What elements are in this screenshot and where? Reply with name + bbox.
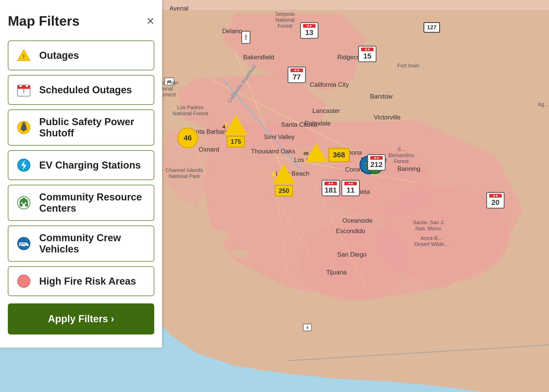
svg-rect-36: [22, 122, 25, 124]
building-icon: [16, 195, 32, 211]
cluster-46: 46: [177, 128, 198, 148]
cluster-250: ⚡ 250: [272, 164, 295, 197]
apply-filters-button[interactable]: Apply Filters ›: [8, 303, 154, 335]
filter-label-fire: High Fire Risk Areas: [39, 276, 136, 287]
filter-label-psps: Public Safety Power Shutoff: [39, 116, 146, 139]
svg-point-20: [231, 250, 250, 257]
sidebar-title: Map Filters: [8, 13, 80, 29]
bell-icon: [16, 119, 32, 136]
filter-item-centers[interactable]: Community Resource Centers: [8, 185, 154, 221]
calendar-marker-212: 212: [367, 154, 386, 171]
svg-text:!: !: [23, 53, 25, 60]
svg-text:46: 46: [167, 79, 171, 84]
warning-icon: !: [16, 47, 32, 64]
svg-point-19: [200, 229, 229, 241]
svg-point-18: [173, 202, 193, 211]
cluster-4-175: ⚡ 4 175: [224, 115, 247, 147]
svg-point-35: [23, 130, 25, 132]
svg-rect-41: [21, 202, 23, 204]
calendar-marker-181-11: 181 11: [322, 180, 360, 196]
filter-label-scheduled: Scheduled Outages: [39, 84, 132, 96]
filter-item-psps[interactable]: Public Safety Power Shutoff: [8, 109, 154, 146]
svg-text:5: 5: [306, 326, 308, 330]
filter-label-centers: Community Resource Centers: [39, 192, 146, 214]
filter-item-fire[interactable]: High Fire Risk Areas: [8, 266, 154, 296]
svg-rect-51: [20, 243, 22, 245]
exclamation-marker: !: [241, 31, 250, 44]
calendar-marker-15: 15: [358, 46, 376, 62]
calendar-icon: !: [16, 82, 32, 98]
filter-label-vehicles: Community Crew Vehicles: [39, 232, 146, 255]
filter-item-scheduled[interactable]: ! Scheduled Outages: [8, 75, 154, 105]
svg-rect-52: [23, 243, 25, 245]
svg-text:!: !: [23, 88, 25, 94]
sidebar-panel: Map Filters × ! Outages ! Scheduled Outa…: [0, 0, 162, 348]
filter-item-ev[interactable]: EV Charging Stations: [8, 150, 154, 180]
calendar-marker-20: 20: [486, 192, 505, 209]
close-button[interactable]: ×: [147, 14, 154, 27]
cluster-368-49: ⚡ 49 368: [305, 143, 350, 162]
svg-point-53: [18, 275, 30, 287]
filter-label-outages: Outages: [39, 50, 79, 61]
svg-point-31: [19, 84, 22, 87]
svg-point-49: [20, 245, 22, 247]
calendar-marker-77: 77: [288, 67, 306, 83]
lightning-icon: [16, 157, 32, 173]
svg-rect-42: [25, 202, 26, 204]
fire-risk-icon: [16, 273, 32, 289]
svg-point-32: [26, 84, 28, 87]
svg-point-50: [25, 245, 27, 247]
filter-item-outages[interactable]: ! Outages: [8, 41, 154, 70]
route-sign-127: 127: [424, 22, 440, 33]
filter-item-vehicles[interactable]: Community Crew Vehicles: [8, 226, 154, 262]
van-icon: [16, 235, 32, 252]
sidebar-header: Map Filters ×: [8, 13, 154, 29]
calendar-marker-13: 13: [300, 22, 318, 39]
svg-rect-43: [22, 204, 25, 206]
filter-label-ev: EV Charging Stations: [39, 160, 141, 171]
